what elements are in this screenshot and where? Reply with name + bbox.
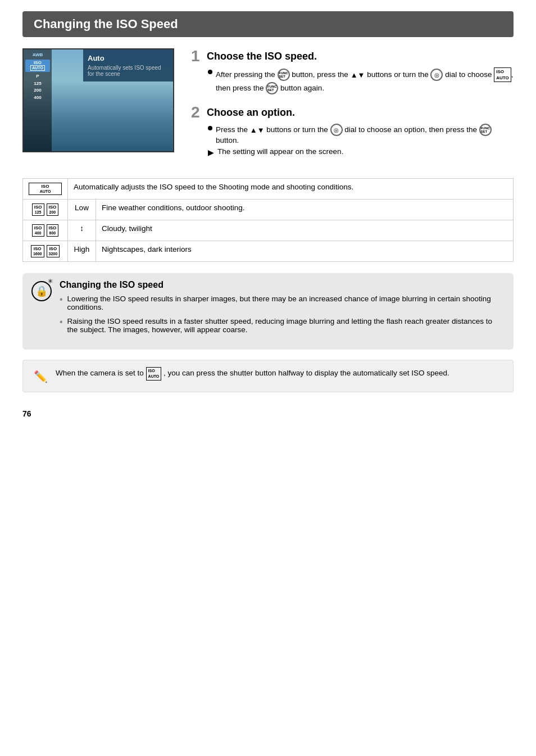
note-text-2: , you can press the shutter button halfw… xyxy=(163,369,449,378)
iso-125-badge: ISO 125 xyxy=(32,203,44,216)
table-cell-1600-3200-badge: ISO 1600 ISO 3200 xyxy=(23,241,68,262)
step2-text2: The setting will appear on the screen. xyxy=(217,147,343,156)
ud-arrows-1: ▲▼ xyxy=(351,71,365,79)
step1-number: 1 xyxy=(191,48,202,64)
table-cell-high-desc: Nightscapes, dark interiors xyxy=(96,241,514,262)
func-btn-1: FUNCSET xyxy=(278,69,290,81)
table-row-1600-3200: ISO 1600 ISO 3200 High Nightscapes, dark… xyxy=(23,241,514,262)
table-row-125-200: ISO 125 ISO 200 Low Fine weather conditi… xyxy=(23,200,514,220)
iso-125-bottom: 125 xyxy=(35,210,42,215)
steps-section: 1 Choose the ISO speed. After pressing t… xyxy=(191,48,514,167)
step2-text1: Press the ▲▼ buttons or turn the ◎ dial … xyxy=(216,124,514,144)
iso-auto-note-badge: ISOAUTO xyxy=(146,367,162,381)
camera-screen-image: AWB ISO AUTO P 125 200 400 Auto Automati… xyxy=(22,48,174,152)
iso-125-top: ISO xyxy=(34,205,42,210)
camera-menu-title: Auto xyxy=(88,54,169,62)
top-section: AWB ISO AUTO P 125 200 400 Auto Automati… xyxy=(22,48,514,167)
table-cell-level-mid: ↕ xyxy=(68,220,96,241)
iso-sidebar: AWB ISO AUTO P 125 200 400 xyxy=(24,49,52,151)
bullet-dot-1 xyxy=(208,70,212,74)
iso-auto-badge-display: ISO AUTO xyxy=(29,183,62,195)
iso-1600-bottom: 1600 xyxy=(33,252,42,256)
page-container: Changing the ISO Speed AWB ISO AUTO P 12… xyxy=(0,0,536,441)
step1-header: 1 Choose the ISO speed. xyxy=(191,48,514,64)
iso-1600-top: ISO xyxy=(34,246,42,252)
step2-header: 2 Choose an option. xyxy=(191,105,514,120)
table-cell-400-800-badge: ISO 400 ISO 800 xyxy=(23,220,68,241)
bullet-dot-2 xyxy=(208,126,212,130)
ud-arrows-2: ▲▼ xyxy=(250,126,265,134)
info-icon-symbol: 🔒 xyxy=(35,285,48,297)
iso-3200-top: ISO xyxy=(49,246,57,252)
step1: 1 Choose the ISO speed. After pressing t… xyxy=(191,48,514,94)
iso-800-top: ISO xyxy=(49,225,57,231)
iso-400-top: ISO xyxy=(34,225,42,231)
table-cell-level-low: Low xyxy=(68,200,96,220)
info-icon: 🔒 ✳ xyxy=(31,281,52,301)
iso-800-badge: ISO 800 xyxy=(47,224,59,237)
table-row-400-800: ISO 400 ISO 800 ↕ Cloudy, twilight xyxy=(23,220,514,241)
table-cell-level-high: High xyxy=(68,241,96,262)
info-note-list: • Lowering the ISO speed results in shar… xyxy=(60,295,505,334)
note-text-1: When the camera is set to xyxy=(56,369,144,378)
iso-awb: AWB xyxy=(33,52,43,58)
table-cell-auto-desc: Automatically adjusts the ISO speed to t… xyxy=(68,179,514,200)
note-bullet-1: • xyxy=(60,295,63,304)
info-note-text-1: Lowering the ISO speed results in sharpe… xyxy=(67,295,505,311)
table-cell-mid-desc: Cloudy, twilight xyxy=(96,220,514,241)
info-note-item-1: • Lowering the ISO speed results in shar… xyxy=(60,295,505,311)
iso-auto-top: ISO xyxy=(42,184,49,189)
step1-content: After pressing the FUNCSET button, press… xyxy=(191,67,514,94)
iso-p125: P xyxy=(36,74,39,79)
iso-auto-bottom: AUTO xyxy=(40,189,51,194)
dial-icon-1: ◎ xyxy=(430,69,443,81)
iso-3200-badge: ISO 3200 xyxy=(47,245,60,257)
badge-pair-3: ISO 1600 ISO 3200 xyxy=(29,245,62,257)
iso-200: 200 xyxy=(34,88,41,93)
step2-number: 2 xyxy=(191,105,202,120)
bullet-arrow-1: ▶ xyxy=(208,148,214,157)
table-cell-125-200-badge: ISO 125 ISO 200 xyxy=(23,200,68,220)
iso-1600-badge: ISO 1600 xyxy=(31,245,44,257)
table-row-auto: ISO AUTO Automatically adjusts the ISO s… xyxy=(23,179,514,200)
iso-auto-inline-1: ISOAUTO xyxy=(494,67,511,82)
iso-200-top: ISO xyxy=(49,205,57,210)
func-btn-3: FUNCSET xyxy=(479,124,492,136)
table-cell-low-desc: Fine weather conditions, outdoor shootin… xyxy=(96,200,514,220)
func-btn-2: FUNCSET xyxy=(266,82,278,94)
note-box-text: When the camera is set to ISOAUTO , you … xyxy=(56,367,449,381)
iso-125: 125 xyxy=(34,81,41,87)
iso-200-badge: ISO 200 xyxy=(47,203,59,216)
iso-400-badge: ISO 400 xyxy=(32,224,44,237)
step2-title: Choose an option. xyxy=(207,107,295,119)
iso-table: ISO AUTO Automatically adjusts the ISO s… xyxy=(22,178,514,262)
iso-800-bottom: 800 xyxy=(49,231,56,236)
step2: 2 Choose an option. Press the ▲▼ buttons… xyxy=(191,105,514,157)
badge-pair-2: ISO 400 ISO 800 xyxy=(29,224,62,237)
step1-text: After pressing the FUNCSET button, press… xyxy=(216,67,514,94)
step2-bullet1: Press the ▲▼ buttons or turn the ◎ dial … xyxy=(208,124,514,144)
camera-menu-subtitle: Automatically sets ISO speed for the sce… xyxy=(88,65,169,77)
step1-bullet1: After pressing the FUNCSET button, press… xyxy=(208,67,514,94)
step2-bullet2: ▶ The setting will appear on the screen. xyxy=(208,147,514,157)
spark-icon: ✳ xyxy=(48,278,53,285)
step2-content: Press the ▲▼ buttons or turn the ◎ dial … xyxy=(191,124,514,157)
note-box: ✏️ When the camera is set to ISOAUTO , y… xyxy=(22,360,514,392)
iso-3200-bottom: 3200 xyxy=(49,252,58,256)
camera-menu-panel: Auto Automatically sets ISO speed for th… xyxy=(83,49,173,82)
info-note-item-2: • Raising the ISO speed results in a fas… xyxy=(60,317,505,334)
iso-200-bottom: 200 xyxy=(49,210,56,215)
info-box-title: Changing the ISO speed xyxy=(60,280,505,290)
page-number: 76 xyxy=(22,409,514,418)
info-note-text-2: Raising the ISO speed results in a faste… xyxy=(67,317,505,334)
dial-icon-2: ◎ xyxy=(330,124,343,136)
info-box-content: Changing the ISO speed • Lowering the IS… xyxy=(60,280,505,343)
iso-auto-selected: ISO AUTO xyxy=(25,60,50,72)
note-bullet-2: • xyxy=(60,318,63,327)
step1-title: Choose the ISO speed. xyxy=(207,51,317,62)
page-title: Changing the ISO Speed xyxy=(22,11,514,37)
iso-400: 400 xyxy=(34,95,41,101)
iso-400-bottom: 400 xyxy=(35,231,42,236)
info-box: 🔒 ✳ Changing the ISO speed • Lowering th… xyxy=(22,273,514,350)
badge-pair-1: ISO 125 ISO 200 xyxy=(29,203,62,216)
